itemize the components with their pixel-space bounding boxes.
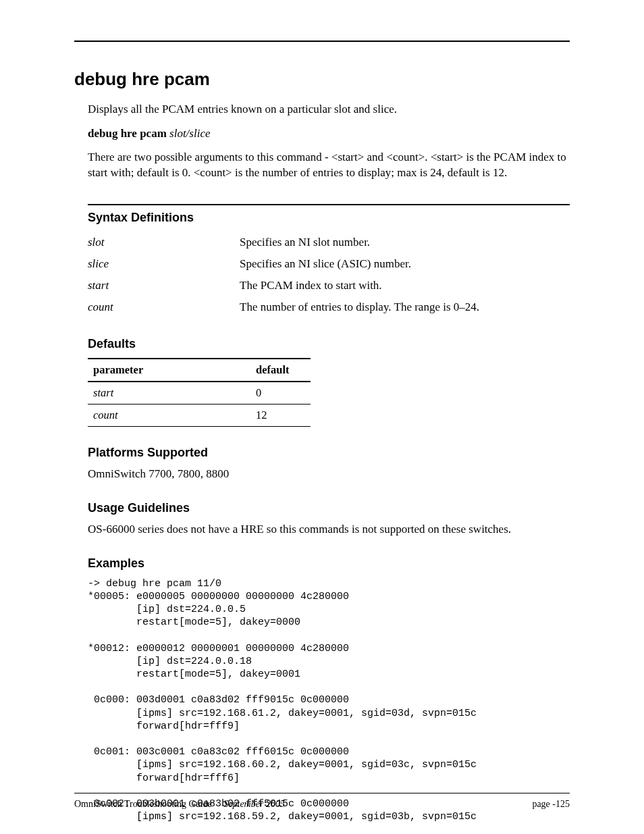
page-footer: OmniSwitch Troubleshooting Guide Septemb… xyxy=(74,799,570,810)
footer-left: OmniSwitch Troubleshooting Guide Septemb… xyxy=(74,799,285,810)
usage-guidelines-text: OS-66000 series does not have a HRE so t… xyxy=(88,522,570,538)
syntax-arguments: slot/slice xyxy=(169,127,210,140)
footer-date: September 2005 xyxy=(223,799,285,809)
document-page: debug hre pcam Displays all the PCAM ent… xyxy=(0,0,644,834)
top-horizontal-rule xyxy=(74,41,570,42)
examples-heading: Examples xyxy=(88,556,570,571)
defaults-value: 12 xyxy=(250,404,311,426)
footer-page-number: page -125 xyxy=(532,799,570,810)
syntax-definitions-heading: Syntax Definitions xyxy=(88,211,570,225)
defaults-param: start xyxy=(88,382,250,405)
platforms-supported-text: OmniSwitch 7700, 7800, 8800 xyxy=(88,467,570,482)
syntax-definitions-table: slot Specifies an NI slot number. slice … xyxy=(88,232,479,318)
param-name: start xyxy=(88,275,240,296)
defaults-heading: Defaults xyxy=(88,337,570,351)
param-desc: Specifies an NI slice (ASIC) number. xyxy=(240,253,479,275)
intro-paragraph: Displays all the PCAM entries known on a… xyxy=(88,102,570,118)
table-row: start The PCAM index to start with. xyxy=(88,275,479,296)
defaults-header-parameter: parameter xyxy=(88,359,250,382)
param-name: count xyxy=(88,296,240,318)
defaults-value: 0 xyxy=(250,382,311,405)
table-row: count The number of entries to display. … xyxy=(88,296,479,318)
syntax-command: debug hre pcam xyxy=(88,127,169,140)
table-header-row: parameter default xyxy=(88,359,311,382)
table-row: slot Specifies an NI slot number. xyxy=(88,232,479,253)
defaults-param: count xyxy=(88,404,250,426)
param-name: slot xyxy=(88,232,240,253)
defaults-header-default: default xyxy=(250,359,311,382)
footer-doc-title: OmniSwitch Troubleshooting Guide xyxy=(74,799,212,809)
table-row: start 0 xyxy=(88,382,311,405)
defaults-table: parameter default start 0 count 12 xyxy=(88,358,311,427)
platforms-supported-heading: Platforms Supported xyxy=(88,446,570,460)
param-desc: The number of entries to display. The ra… xyxy=(240,296,479,318)
param-desc: The PCAM index to start with. xyxy=(240,275,479,296)
table-row: count 12 xyxy=(88,404,311,426)
argument-description: There are two possible arguments to this… xyxy=(88,150,570,181)
usage-guidelines-heading: Usage Guidelines xyxy=(88,501,570,515)
param-desc: Specifies an NI slot number. xyxy=(240,232,479,253)
param-name: slice xyxy=(88,253,240,275)
table-row: slice Specifies an NI slice (ASIC) numbe… xyxy=(88,253,479,275)
footer-horizontal-rule xyxy=(74,793,570,793)
syntax-usage-line: debug hre pcam slot/slice xyxy=(88,127,570,140)
example-output: -> debug hre pcam 11/0 *00005: e0000005 … xyxy=(88,577,570,824)
command-title: debug hre pcam xyxy=(74,69,570,90)
section-rule xyxy=(88,204,570,205)
